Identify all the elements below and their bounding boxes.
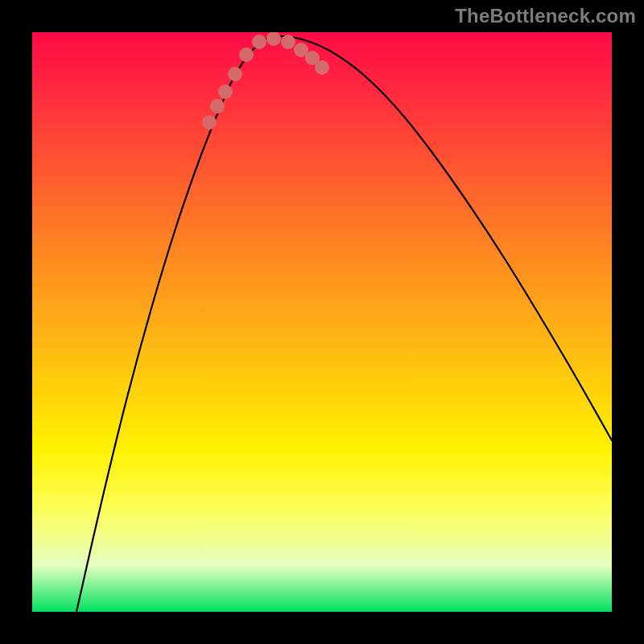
highlight-dot <box>228 67 242 81</box>
curve-svg <box>32 32 612 612</box>
highlight-dot <box>281 35 295 49</box>
highlight-dot <box>202 115 217 130</box>
highlight-dot <box>252 35 266 49</box>
bottleneck-curve <box>76 36 612 612</box>
highlight-dot <box>218 85 233 99</box>
highlight-dot <box>239 47 254 62</box>
highlight-dot <box>315 60 329 75</box>
highlight-dots <box>202 32 329 130</box>
highlight-dot <box>210 99 225 114</box>
plot-area <box>32 32 612 612</box>
highlight-dot <box>266 32 281 46</box>
watermark-text: TheBottleneck.com <box>455 5 636 27</box>
chart-frame: TheBottleneck.com <box>0 0 644 644</box>
